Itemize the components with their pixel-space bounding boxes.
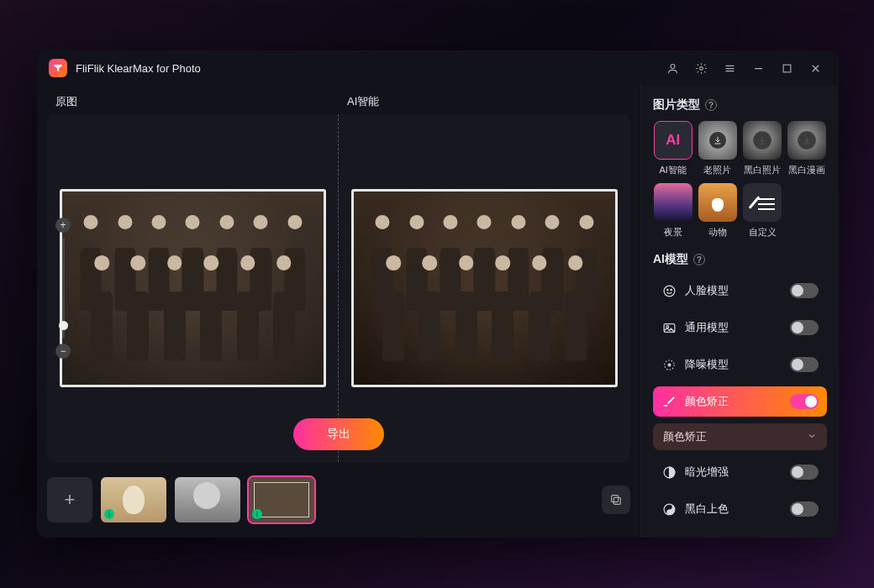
image-type-bw[interactable]: [743, 121, 782, 160]
svg-rect-2: [783, 65, 791, 72]
help-icon[interactable]: ?: [705, 99, 717, 111]
image-type-night[interactable]: [654, 183, 692, 222]
add-image-button[interactable]: +: [47, 477, 92, 522]
model-label: 降噪模型: [685, 358, 782, 372]
dropdown-label: 颜色矫正: [663, 430, 707, 444]
zoom-thumb[interactable]: [59, 321, 68, 330]
compare-right-label: AI智能: [339, 94, 630, 109]
gear-icon[interactable]: [689, 56, 713, 80]
sparkle-icon: [661, 357, 677, 372]
zoom-out-button[interactable]: −: [55, 344, 71, 359]
done-badge: i: [104, 509, 114, 519]
zoom-track[interactable]: [62, 238, 65, 339]
app-logo: [49, 59, 67, 77]
export-button[interactable]: 导出: [293, 418, 384, 450]
sidebar: 图片类型 ? AIAI智能老照片黑白照片黑白漫画夜景动物自定义 AI模型 ? 人…: [640, 86, 839, 538]
model-label: 通用模型: [685, 321, 782, 335]
image-type-label: 黑白漫画: [788, 164, 825, 176]
svg-point-6: [666, 289, 667, 290]
compare-left-label: 原图: [47, 94, 339, 109]
ai-model-title: AI模型: [653, 252, 688, 267]
model-lowlight: 暗光增强: [653, 457, 827, 487]
compare-viewport: + − 导出: [47, 114, 630, 462]
done-badge: i: [252, 509, 262, 519]
svg-rect-4: [612, 496, 619, 502]
download-icon: [709, 132, 726, 149]
svg-rect-3: [613, 497, 620, 504]
image-type-title: 图片类型: [653, 97, 700, 113]
download-icon: [754, 132, 771, 149]
contrast-icon: [661, 465, 677, 480]
image-type-label: AI智能: [659, 164, 686, 176]
titlebar: FliFlik KlearMax for Photo: [37, 50, 839, 86]
model-toggle-color[interactable]: [790, 394, 819, 409]
model-toggle-colorize[interactable]: [790, 501, 819, 517]
app-title: FliFlik KlearMax for Photo: [76, 62, 201, 75]
model-color: 颜色矫正: [653, 386, 827, 417]
yin-yang-icon: [661, 501, 677, 517]
image-type-label: 夜景: [664, 226, 682, 239]
model-toggle-lowlight[interactable]: [790, 465, 819, 480]
image-type-old[interactable]: [698, 121, 737, 160]
image-type-label: 自定义: [749, 226, 777, 239]
zoom-in-button[interactable]: +: [55, 218, 71, 233]
thumbnail-man[interactable]: [175, 477, 240, 522]
model-colorize: 黑白上色: [653, 494, 827, 524]
image-type-ai[interactable]: AI: [654, 121, 692, 160]
compare-original-pane: + −: [47, 114, 339, 462]
image-icon: [661, 320, 677, 335]
model-toggle-general[interactable]: [790, 320, 819, 335]
model-label: 暗光增强: [685, 465, 782, 480]
app-window: FliFlik KlearMax for Photo 原图 AI智能: [37, 50, 839, 538]
batch-button[interactable]: [602, 486, 630, 514]
model-face: 人脸模型: [653, 276, 827, 306]
close-icon[interactable]: [803, 56, 827, 80]
minimize-icon[interactable]: [746, 56, 770, 80]
thumbnail-cat[interactable]: i: [101, 477, 166, 522]
main-column: 原图 AI智能 + −: [37, 86, 640, 538]
image-type-animal[interactable]: [698, 183, 737, 222]
thumbnail-group[interactable]: i: [249, 477, 314, 522]
thumbnail-strip: + ii: [47, 472, 630, 528]
svg-point-1: [699, 66, 703, 70]
compare-result-pane: [339, 114, 630, 462]
user-icon[interactable]: [661, 56, 684, 80]
model-toggle-denoise[interactable]: [790, 357, 819, 372]
image-type-comic[interactable]: [787, 121, 826, 160]
image-type-label: 老照片: [703, 164, 731, 176]
svg-point-7: [670, 289, 671, 290]
section-image-type: 图片类型 ?: [653, 97, 827, 113]
image-type-label: 黑白照片: [744, 164, 781, 176]
menu-icon[interactable]: [718, 56, 741, 80]
model-label: 黑白上色: [685, 502, 782, 517]
color-correction-dropdown[interactable]: 颜色矫正: [653, 423, 827, 450]
chevron-down-icon: [807, 431, 817, 444]
original-photo[interactable]: [60, 189, 327, 386]
section-ai-model: AI模型 ?: [653, 252, 827, 267]
image-type-custom[interactable]: [743, 183, 782, 222]
svg-point-11: [668, 364, 671, 366]
model-general: 通用模型: [653, 312, 827, 343]
smile-icon: [661, 283, 677, 298]
model-denoise: 降噪模型: [653, 349, 827, 380]
result-photo[interactable]: [351, 189, 619, 386]
help-icon[interactable]: ?: [693, 254, 705, 265]
paint-icon: [661, 394, 677, 409]
maximize-icon[interactable]: [775, 56, 798, 80]
svg-point-0: [671, 64, 675, 68]
image-type-label: 动物: [708, 226, 727, 239]
download-icon: [798, 132, 815, 149]
svg-point-5: [664, 286, 675, 297]
model-toggle-face[interactable]: [790, 283, 819, 298]
zoom-slider[interactable]: + −: [55, 218, 71, 359]
model-label: 人脸模型: [685, 284, 782, 298]
model-label: 颜色矫正: [685, 395, 782, 409]
